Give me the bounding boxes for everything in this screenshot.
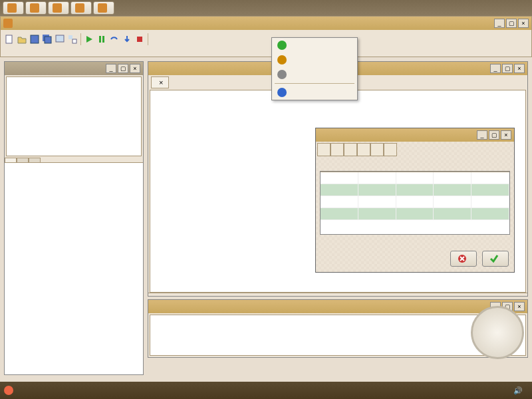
minimize-button[interactable]: _ bbox=[106, 64, 116, 73]
svg-rect-1 bbox=[31, 35, 39, 43]
menu-system[interactable] bbox=[45, 389, 53, 392]
svg-rect-8 bbox=[102, 36, 104, 43]
minimize-button[interactable]: _ bbox=[494, 19, 505, 28]
toolbutton[interactable] bbox=[331, 143, 344, 156]
ok-icon bbox=[489, 254, 499, 263]
ide-window: _ ▢ × bbox=[0, 16, 532, 57]
svg-rect-7 bbox=[99, 36, 101, 43]
taskbar-item-messages[interactable] bbox=[93, 1, 114, 15]
menu-places[interactable] bbox=[32, 389, 40, 392]
saveall-icon[interactable] bbox=[41, 33, 53, 45]
svg-rect-4 bbox=[56, 35, 64, 42]
taskbar-item-ide[interactable] bbox=[3, 1, 24, 15]
maximize-button[interactable]: ▢ bbox=[502, 64, 513, 73]
taskbar-item-oi[interactable] bbox=[70, 1, 92, 15]
property-tabs bbox=[5, 158, 143, 163]
stop-icon[interactable] bbox=[134, 33, 146, 45]
pause-icon[interactable] bbox=[96, 33, 108, 45]
close-button[interactable]: × bbox=[130, 64, 140, 73]
toolbutton[interactable] bbox=[370, 143, 384, 156]
taskbar-item-form1[interactable] bbox=[48, 1, 69, 15]
maximize-button[interactable]: ▢ bbox=[118, 64, 128, 73]
toolbutton[interactable] bbox=[317, 143, 331, 156]
component-tree[interactable] bbox=[6, 76, 142, 156]
toolbutton[interactable] bbox=[344, 143, 357, 156]
form-design-surface[interactable] bbox=[316, 142, 514, 272]
toolbutton[interactable] bbox=[357, 143, 370, 156]
open-icon[interactable] bbox=[16, 33, 28, 45]
tab-properties[interactable] bbox=[5, 158, 17, 162]
toggle-icon[interactable] bbox=[66, 33, 78, 45]
form-stringgrid[interactable] bbox=[320, 171, 510, 235]
editor-tab-unit1[interactable]: × bbox=[151, 76, 169, 88]
help-bug[interactable] bbox=[272, 53, 357, 67]
minimize-button[interactable]: _ bbox=[477, 130, 487, 140]
top-taskbar bbox=[0, 0, 532, 16]
close-button[interactable]: × bbox=[501, 130, 511, 140]
toolbar-row bbox=[1, 33, 531, 46]
window-controls: _ ▢ × bbox=[494, 19, 529, 28]
lazarus-icon bbox=[3, 19, 13, 28]
info-icon bbox=[277, 88, 287, 97]
help-configure[interactable] bbox=[272, 67, 357, 82]
messages-titlebar[interactable]: _▢× bbox=[148, 300, 527, 313]
volume-icon[interactable]: 🔊 bbox=[513, 386, 523, 395]
form1-titlebar[interactable]: _▢× bbox=[316, 128, 514, 142]
maximize-button[interactable]: ▢ bbox=[506, 19, 517, 28]
oi-titlebar[interactable]: _▢× bbox=[5, 62, 143, 75]
ok-button[interactable] bbox=[482, 251, 509, 267]
svg-rect-6 bbox=[72, 39, 76, 43]
newform-icon[interactable] bbox=[54, 33, 66, 45]
form-designer-window: _▢× bbox=[315, 128, 515, 273]
toolbutton[interactable] bbox=[384, 143, 397, 156]
close-button[interactable]: × bbox=[514, 64, 525, 73]
run-icon[interactable] bbox=[83, 33, 95, 45]
desktop-clock-widget[interactable] bbox=[471, 306, 524, 359]
maximize-button[interactable]: ▢ bbox=[489, 130, 499, 140]
tab-events[interactable] bbox=[17, 158, 29, 162]
help-about[interactable] bbox=[272, 85, 357, 100]
cancel-icon bbox=[458, 254, 467, 263]
object-inspector-window: _▢× bbox=[4, 61, 144, 375]
close-tab-icon[interactable]: × bbox=[159, 78, 163, 86]
new-icon[interactable] bbox=[3, 33, 15, 45]
bug-icon bbox=[277, 55, 287, 65]
gear-icon bbox=[277, 70, 287, 79]
form-toolbar bbox=[317, 143, 397, 156]
form-button-row bbox=[450, 251, 509, 267]
help-online[interactable] bbox=[272, 38, 357, 53]
svg-rect-0 bbox=[6, 35, 12, 43]
ide-titlebar: _ ▢ × bbox=[1, 17, 531, 30]
editor-statusbar bbox=[148, 293, 527, 296]
property-grid[interactable] bbox=[5, 163, 143, 374]
stepover-icon[interactable] bbox=[108, 33, 120, 45]
taskbar-item-source[interactable] bbox=[25, 1, 47, 15]
bottom-taskbar: 🔊 bbox=[0, 382, 532, 399]
messages-body[interactable] bbox=[150, 315, 526, 356]
cancel-button[interactable] bbox=[450, 251, 477, 267]
close-button[interactable]: × bbox=[518, 19, 529, 28]
tab-favorites[interactable] bbox=[29, 158, 41, 162]
close-button[interactable]: × bbox=[514, 302, 525, 311]
stepinto-icon[interactable] bbox=[121, 33, 133, 45]
ubuntu-icon[interactable] bbox=[4, 386, 13, 395]
globe-icon bbox=[277, 41, 287, 50]
save-icon[interactable] bbox=[29, 33, 41, 45]
svg-rect-5 bbox=[68, 35, 72, 39]
menu-applications[interactable] bbox=[19, 389, 27, 392]
minimize-button[interactable]: _ bbox=[490, 64, 501, 73]
svg-rect-3 bbox=[45, 37, 51, 43]
svg-rect-9 bbox=[137, 37, 142, 42]
help-menu bbox=[271, 37, 358, 100]
